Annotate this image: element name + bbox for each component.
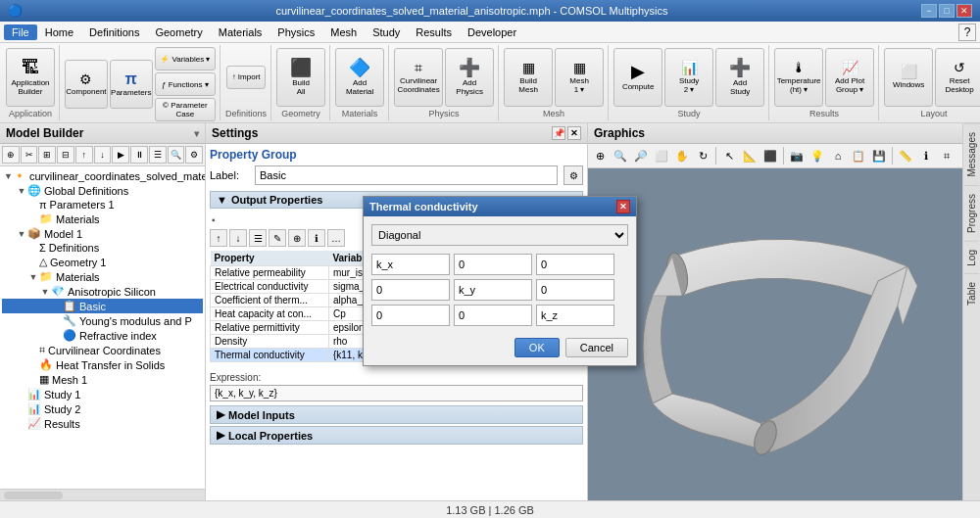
dialog-close-button[interactable]: ✕ [616,200,630,213]
dialog-footer: OK Cancel [371,334,628,357]
dialog-title-text: Thermal conductivity [369,201,478,212]
dialog-content: Diagonal Full k_x 0 0 0 k_y 0 0 0 k_z OK… [364,216,636,365]
cell-0-6[interactable]: 0 [454,305,532,326]
cell-ky[interactable]: k_y [454,279,532,301]
cell-0-4[interactable]: 0 [536,279,614,301]
diagonal-dropdown[interactable]: Diagonal Full [371,224,628,246]
cell-kx[interactable]: k_x [371,254,450,275]
cell-0-1[interactable]: 0 [454,254,532,275]
cell-0-5[interactable]: 0 [371,305,450,326]
dialog-title-bar: Thermal conductivity ✕ [364,197,636,216]
dialog-overlay: Thermal conductivity ✕ Diagonal Full k_x… [0,0,980,518]
dialog-cancel-button[interactable]: Cancel [565,338,628,357]
dialog-ok-button[interactable]: OK [514,338,560,357]
thermal-conductivity-dialog: Thermal conductivity ✕ Diagonal Full k_x… [363,196,637,366]
cell-kz[interactable]: k_z [536,305,614,326]
cell-0-2[interactable]: 0 [536,254,614,275]
cell-0-3[interactable]: 0 [371,279,450,301]
dialog-grid: k_x 0 0 0 k_y 0 0 0 k_z [371,254,628,326]
